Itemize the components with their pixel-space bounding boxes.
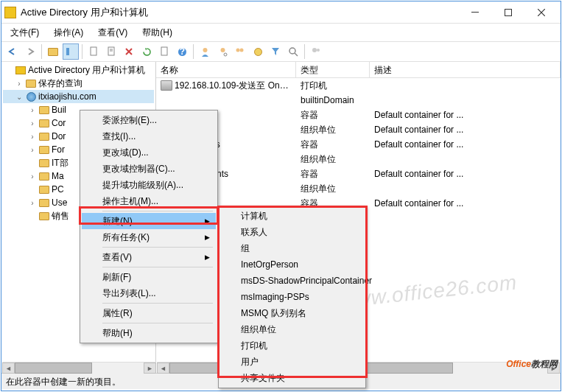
cell-type: 打印机 xyxy=(296,79,370,93)
context-item-label: 打印机 xyxy=(241,340,267,352)
tree-label: Ma xyxy=(52,171,64,181)
context-item[interactable]: 属性(R) xyxy=(82,305,216,321)
context-item[interactable]: 委派控制(E)... xyxy=(82,112,216,128)
expand-icon[interactable]: › xyxy=(28,172,37,181)
svg-point-14 xyxy=(236,48,240,52)
titlebar[interactable]: Active Directory 用户和计算机 xyxy=(1,1,561,24)
search-icon[interactable] xyxy=(285,43,301,60)
export-icon[interactable] xyxy=(156,43,172,60)
cell-desc: Default container for ... xyxy=(370,168,561,180)
cut-icon[interactable] xyxy=(85,43,102,60)
tree-scrollbar[interactable]: ◄ ► xyxy=(2,362,156,374)
context-item[interactable]: 导出列表(L)... xyxy=(82,285,216,301)
tree-domain[interactable]: ⌄ itxiaojishu.com xyxy=(3,90,154,103)
help-icon[interactable]: ? xyxy=(174,43,190,60)
context-item-label: 新建(N) xyxy=(102,215,133,228)
context-submenu-new[interactable]: 计算机联系人组InetOrgPersonmsDS-ShadowPrincipal… xyxy=(218,206,366,388)
context-item[interactable]: 查看(V)▶ xyxy=(82,249,216,265)
cell-type: 组织单位 xyxy=(296,123,370,137)
toolbar: ? xyxy=(1,41,561,62)
delete-icon[interactable] xyxy=(121,43,137,60)
scroll-right-button[interactable]: ► xyxy=(144,363,156,374)
context-item[interactable]: 组 xyxy=(220,240,364,256)
minimize-button[interactable] xyxy=(458,2,491,23)
context-item-label: 帮助(H) xyxy=(102,327,133,340)
context-item[interactable]: 组织单位 xyxy=(220,321,364,337)
col-header-desc[interactable]: 描述 xyxy=(370,62,561,77)
context-item[interactable]: msImaging-PSPs xyxy=(220,289,364,305)
maximize-button[interactable] xyxy=(491,2,524,23)
add-user-icon[interactable] xyxy=(308,43,324,60)
scroll-thumb[interactable] xyxy=(15,363,92,374)
svg-rect-0 xyxy=(471,12,479,13)
filter-icon[interactable] xyxy=(267,43,284,60)
context-item[interactable]: 联系人 xyxy=(220,224,364,240)
svg-point-13 xyxy=(224,53,227,56)
tree-toggle-button[interactable] xyxy=(63,43,79,60)
col-header-name[interactable]: 名称 xyxy=(156,62,296,77)
context-item[interactable]: 所有任务(K)▶ xyxy=(82,229,216,245)
up-button[interactable] xyxy=(45,43,61,60)
context-item-label: 所有任务(K) xyxy=(102,231,150,244)
context-item[interactable]: 共享文件夹 xyxy=(220,370,364,386)
context-item[interactable]: 打印机 xyxy=(220,337,364,354)
context-item[interactable]: 操作主机(M)... xyxy=(82,193,216,209)
folder-icon xyxy=(26,80,36,88)
back-button[interactable] xyxy=(4,43,21,60)
context-item[interactable]: 帮助(H) xyxy=(82,325,216,341)
expand-icon[interactable]: › xyxy=(28,119,37,127)
folder-icon xyxy=(39,106,49,114)
expand-icon[interactable]: › xyxy=(28,106,37,114)
svg-line-18 xyxy=(295,53,298,56)
properties-icon[interactable] xyxy=(103,43,119,60)
svg-point-11 xyxy=(203,48,207,52)
user-icon[interactable] xyxy=(197,43,213,60)
folder-icon xyxy=(39,159,49,167)
expand-icon[interactable]: › xyxy=(28,133,37,141)
tree-saved-queries[interactable]: › 保存的查询 xyxy=(3,77,154,90)
status-text: 在此容器中创建一新的项目。 xyxy=(6,377,121,387)
scroll-right-button[interactable]: ► xyxy=(547,363,560,373)
context-item[interactable]: 更改域(D)... xyxy=(82,144,216,161)
expand-icon[interactable]: › xyxy=(28,146,37,154)
group-icon[interactable] xyxy=(232,43,248,60)
menu-help[interactable]: 帮助(H) xyxy=(139,25,175,41)
context-item[interactable]: 更改域控制器(C)... xyxy=(82,161,216,177)
scroll-left-button[interactable]: ◄ xyxy=(2,363,15,374)
list-row[interactable]: 192.168.10.109-发送至 One...打印机 xyxy=(156,78,561,93)
forward-button[interactable] xyxy=(22,43,38,60)
tree-label: 销售 xyxy=(52,210,69,223)
context-item[interactable]: InetOrgPerson xyxy=(220,256,364,273)
menu-file[interactable]: 文件(F) xyxy=(7,25,42,41)
col-header-type[interactable]: 类型 xyxy=(296,62,370,77)
context-item[interactable]: 查找(I)... xyxy=(82,128,216,144)
ou-icon[interactable] xyxy=(250,43,266,60)
expand-icon[interactable]: › xyxy=(28,199,37,207)
context-item[interactable]: 计算机 xyxy=(220,208,364,224)
context-item[interactable]: 提升域功能级别(A)... xyxy=(82,177,216,193)
context-item[interactable]: msDS-ShadowPrincipalContainer xyxy=(220,273,364,289)
svg-point-16 xyxy=(254,48,261,55)
tree-label: Dor xyxy=(52,131,66,141)
menu-view[interactable]: 查看(V) xyxy=(95,25,130,41)
expand-icon[interactable]: › xyxy=(15,80,24,88)
context-item[interactable]: 刷新(F) xyxy=(82,269,216,285)
context-item[interactable]: 用户 xyxy=(220,354,364,370)
context-menu[interactable]: 委派控制(E)...查找(I)...更改域(D)...更改域控制器(C)...提… xyxy=(80,110,218,343)
context-item[interactable]: 新建(N)▶ xyxy=(82,213,216,229)
refresh-icon[interactable] xyxy=(138,43,155,60)
context-item-label: 导出列表(L)... xyxy=(102,287,156,300)
cell-desc: Default container for ... xyxy=(370,124,561,136)
close-button[interactable] xyxy=(524,2,558,23)
scroll-left-button[interactable]: ◄ xyxy=(157,363,169,373)
cell-desc: Default container for ... xyxy=(370,139,561,150)
collapse-icon[interactable]: ⌄ xyxy=(15,93,24,101)
find-user-icon[interactable] xyxy=(214,43,231,60)
context-item-label: msDS-ShadowPrincipalContainer xyxy=(241,276,372,286)
list-row[interactable]: builtinDomain xyxy=(156,93,561,108)
cell-type: 容器 xyxy=(296,108,370,122)
menu-action[interactable]: 操作(A) xyxy=(51,25,86,41)
context-item[interactable]: MSMQ 队列别名 xyxy=(220,305,364,321)
tree-root[interactable]: Active Directory 用户和计算机 xyxy=(3,63,154,77)
folder-icon xyxy=(39,146,49,154)
